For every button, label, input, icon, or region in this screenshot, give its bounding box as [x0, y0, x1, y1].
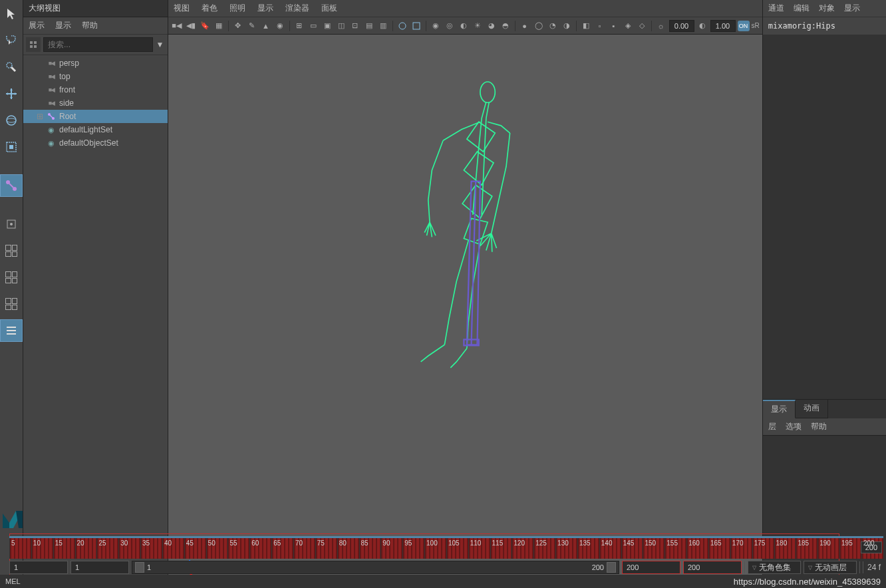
- svg-point-9: [10, 223, 13, 225]
- exposure-icon[interactable]: ☼: [655, 20, 667, 32]
- playback-start-inner[interactable]: [71, 561, 129, 574]
- outliner-menu-show[interactable]: 显示: [55, 20, 71, 31]
- anim-layer-combo[interactable]: ▽无动画层: [804, 561, 857, 574]
- outliner-item-top[interactable]: top: [23, 70, 168, 83]
- outliner-search-input[interactable]: [43, 37, 153, 52]
- select-tool[interactable]: [0, 3, 23, 25]
- wireframe-icon[interactable]: [396, 20, 408, 32]
- paint-select-tool[interactable]: [0, 56, 23, 78]
- mel-label[interactable]: MEL: [5, 577, 21, 585]
- view-menu-show[interactable]: 显示: [257, 3, 273, 14]
- safe-action-icon[interactable]: ▤: [363, 20, 375, 32]
- culling-icon[interactable]: ◑: [561, 20, 573, 32]
- gamma-input[interactable]: [710, 20, 736, 32]
- layout-1[interactable]: [0, 239, 23, 262]
- layer-tab-anim[interactable]: 动画: [796, 400, 828, 418]
- view-menu-view[interactable]: 视图: [174, 3, 190, 14]
- motion-blur-icon[interactable]: ◕: [486, 20, 498, 32]
- 2d-pan-icon[interactable]: ✥: [232, 20, 244, 32]
- color-mgmt-badge[interactable]: ON: [738, 21, 750, 31]
- outliner-filter-icon[interactable]: [26, 37, 41, 52]
- aa-icon[interactable]: ▫: [594, 20, 606, 32]
- outliner-item-root[interactable]: ⊞Root: [23, 110, 168, 123]
- playback-end-inner[interactable]: [622, 561, 680, 574]
- outliner-menu: 展示 显示 帮助: [23, 17, 168, 35]
- shaded-icon[interactable]: [410, 20, 422, 32]
- view-menu-lighting[interactable]: 照明: [229, 3, 245, 14]
- skeleton-tool[interactable]: [0, 174, 23, 197]
- outliner-menu-help[interactable]: 帮助: [82, 20, 98, 31]
- svg-point-1: [7, 116, 16, 125]
- outliner-toggle[interactable]: [0, 319, 23, 342]
- view-menu-shading[interactable]: 着色: [202, 3, 218, 14]
- resolution-gate-icon[interactable]: ▣: [321, 20, 333, 32]
- playback-end-outer[interactable]: [683, 561, 742, 574]
- dof-icon[interactable]: ◈: [622, 20, 634, 32]
- range-handle-right[interactable]: [607, 562, 616, 573]
- shadows-icon[interactable]: ◐: [458, 20, 470, 32]
- search-dropdown-icon[interactable]: ▼: [156, 40, 165, 49]
- grid-icon[interactable]: ⊞: [293, 20, 305, 32]
- character-set-combo[interactable]: ▽无角色集: [748, 561, 801, 574]
- bookmark-icon[interactable]: 🔖: [199, 20, 211, 32]
- image-plane-icon[interactable]: ▦: [213, 20, 225, 32]
- outliner-menu-display[interactable]: 展示: [29, 20, 45, 31]
- ssao-icon[interactable]: ▪: [608, 20, 620, 32]
- move-tool[interactable]: [0, 82, 23, 105]
- depth-icon[interactable]: ◧: [580, 20, 592, 32]
- channel-menu: 通道 编辑 对象 显示: [763, 0, 886, 17]
- exposure-input[interactable]: [669, 20, 694, 32]
- viewport-3d[interactable]: z y x persp: [168, 35, 762, 588]
- scale-tool[interactable]: [0, 136, 23, 158]
- brush-icon[interactable]: ▲: [260, 20, 272, 32]
- safe-title-icon[interactable]: ▥: [377, 20, 389, 32]
- textured-icon[interactable]: ◉: [430, 20, 442, 32]
- layout-2[interactable]: [0, 266, 23, 289]
- outliner-item-side[interactable]: side: [23, 96, 168, 110]
- range-track[interactable]: 1 200: [132, 561, 619, 574]
- isolate-icon[interactable]: ●: [519, 20, 531, 32]
- outliner-item-front[interactable]: front: [23, 83, 168, 96]
- gate-mask-icon[interactable]: ◫: [335, 20, 347, 32]
- camera-select-icon[interactable]: ■◀: [171, 20, 183, 32]
- channel-menu-object[interactable]: 对象: [819, 3, 835, 14]
- layer-tab-display[interactable]: 显示: [763, 400, 796, 418]
- gamma-icon[interactable]: ◐: [696, 20, 708, 32]
- playback-start-outer[interactable]: [9, 561, 68, 574]
- timeline-ruler[interactable]: [9, 536, 883, 559]
- hardware-icon[interactable]: ◓: [500, 20, 512, 32]
- layer-menu-options[interactable]: 选项: [786, 421, 802, 432]
- outliner-item-objectset[interactable]: defaultObjectSet: [23, 136, 168, 150]
- grease-pencil-icon[interactable]: ✎: [246, 20, 258, 32]
- channel-menu-show[interactable]: 显示: [844, 3, 860, 14]
- film-gate-icon[interactable]: ▭: [307, 20, 319, 32]
- layer-menu-help[interactable]: 帮助: [811, 421, 827, 432]
- lasso-tool[interactable]: [0, 29, 23, 52]
- outliner-item-lightset[interactable]: defaultLightSet: [23, 123, 168, 136]
- camera-lock-icon[interactable]: ◀▮: [185, 20, 197, 32]
- snap-tool[interactable]: [0, 213, 23, 235]
- layout-3[interactable]: [0, 293, 23, 315]
- motion-icon[interactable]: ◇: [636, 20, 648, 32]
- time-slider[interactable]: 200 200: [9, 536, 883, 559]
- rotate-tool[interactable]: [0, 109, 23, 132]
- channel-object-name[interactable]: mixamorig:Hips: [763, 17, 886, 35]
- view-menu-renderer[interactable]: 渲染器: [285, 3, 309, 14]
- svg-line-7: [9, 184, 13, 188]
- view-menu-panels[interactable]: 面板: [321, 3, 337, 14]
- left-toolbar: [0, 0, 23, 588]
- svg-point-20: [399, 23, 406, 29]
- layer-menu-layers[interactable]: 层: [768, 421, 776, 432]
- ao-icon[interactable]: ☀: [472, 20, 484, 32]
- expand-icon[interactable]: ⊞: [37, 112, 43, 121]
- field-chart-icon[interactable]: ⊡: [349, 20, 361, 32]
- channel-menu-channels[interactable]: 通道: [768, 3, 784, 14]
- xray-icon[interactable]: ◯: [533, 20, 545, 32]
- channel-menu-edit[interactable]: 编辑: [794, 3, 810, 14]
- ghost-icon[interactable]: ◉: [274, 20, 286, 32]
- outliner-item-persp[interactable]: persp: [23, 57, 168, 70]
- range-handle-left[interactable]: [135, 562, 144, 573]
- light-icon[interactable]: ◎: [444, 20, 456, 32]
- fps-display[interactable]: 24 f: [863, 561, 883, 573]
- xray-joints-icon[interactable]: ◔: [547, 20, 559, 32]
